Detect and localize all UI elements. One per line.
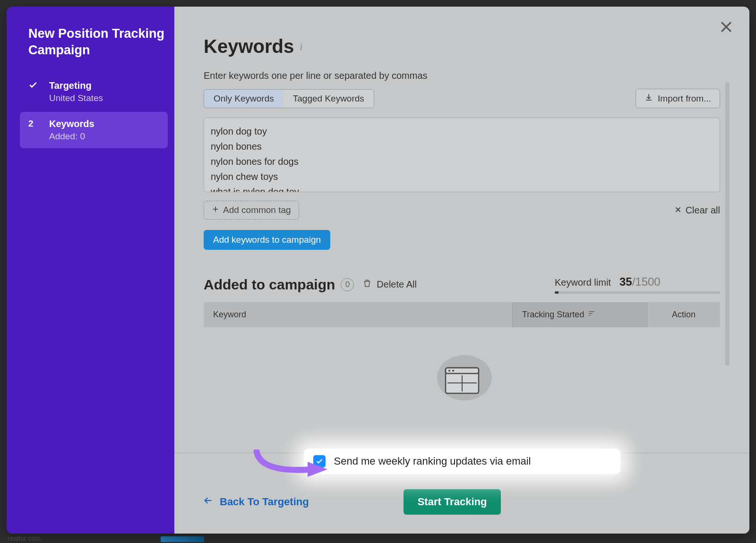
svg-point-13 (452, 370, 454, 372)
step-label: Targeting (49, 80, 159, 91)
limit-progress (555, 291, 720, 294)
campaign-modal: New Position Tracking Campaign Targeting… (7, 7, 749, 534)
content-area: Keywords i Enter keywords one per line o… (174, 7, 749, 453)
keywords-table-header: Keyword Tracking Started Action (204, 302, 720, 327)
step-keywords[interactable]: 2 Keywords Added: 0 (20, 112, 168, 148)
col-tracking-started[interactable]: Tracking Started (512, 302, 647, 327)
import-label: Import from... (658, 93, 711, 104)
col-keyword[interactable]: Keyword (204, 302, 512, 327)
keyword-mode-tabs: Only Keywords Tagged Keywords (204, 89, 374, 108)
clear-all-button[interactable]: Clear all (674, 205, 720, 216)
scrollbar[interactable] (725, 82, 730, 365)
svg-rect-6 (589, 311, 594, 312)
sort-icon (588, 310, 595, 320)
check-icon (28, 80, 38, 92)
add-keywords-button[interactable]: Add keywords to campaign (204, 230, 330, 250)
limit-used: 35 (619, 275, 632, 288)
step-number: 2 (28, 119, 38, 129)
wizard-sidebar: New Position Tracking Campaign Targeting… (7, 7, 174, 534)
add-tag-label: Add common tag (223, 205, 291, 215)
keywords-input[interactable] (204, 118, 720, 192)
info-icon[interactable]: i (300, 41, 302, 53)
step-sublabel: Added: 0 (49, 131, 159, 142)
wizard-title: New Position Tracking Campaign (20, 25, 168, 59)
close-icon (674, 205, 682, 216)
limit-sep: / (632, 275, 636, 288)
col-action: Action (647, 302, 720, 327)
instructions-text: Enter keywords one per line or separated… (204, 70, 720, 81)
start-tracking-button[interactable]: Start Tracking (404, 489, 501, 515)
tab-only-keywords[interactable]: Only Keywords (204, 89, 284, 108)
add-common-tag-button[interactable]: Add common tag (204, 201, 299, 220)
download-icon (644, 93, 653, 104)
main-panel: Keywords i Enter keywords one per line o… (174, 7, 749, 534)
clear-all-label: Clear all (686, 205, 720, 216)
back-label: Back To Targeting (220, 496, 309, 508)
background-text: realtor com (8, 535, 41, 542)
background-thumbnail (161, 536, 204, 542)
step-label: Keywords (49, 119, 159, 129)
close-button[interactable] (718, 19, 734, 35)
delete-all-label: Delete All (377, 279, 417, 290)
plus-icon (212, 205, 219, 215)
arrow-left-icon (204, 496, 213, 508)
tab-tagged-keywords[interactable]: Tagged Keywords (284, 90, 374, 108)
campaign-count-badge: 0 (341, 278, 354, 291)
added-to-campaign-heading: Added to campaign 0 (204, 277, 354, 293)
page-title: Keywords (204, 36, 294, 57)
limit-total: 1500 (635, 275, 660, 288)
svg-point-12 (448, 370, 450, 372)
import-button[interactable]: Import from... (636, 89, 720, 108)
step-targeting[interactable]: Targeting United States (20, 74, 168, 110)
svg-rect-11 (446, 368, 479, 373)
limit-progress-fill (555, 291, 558, 294)
email-updates-label: Send me weekly ranking updates via email (334, 455, 531, 467)
empty-state-illustration (204, 327, 720, 446)
campaign-title-text: Added to campaign (204, 277, 335, 293)
step-sublabel: United States (49, 93, 159, 103)
callout-arrow (251, 450, 345, 484)
svg-rect-8 (589, 315, 591, 315)
keyword-limit-box: Keyword limit 35 / 1500 (555, 275, 720, 294)
delete-all-button[interactable]: Delete All (362, 279, 417, 290)
svg-marker-16 (308, 462, 327, 477)
email-updates-row: Send me weekly ranking updates via email (304, 449, 620, 474)
modal-footer: Send me weekly ranking updates via email… (174, 453, 749, 534)
limit-label: Keyword limit (555, 277, 611, 288)
back-to-targeting-link[interactable]: Back To Targeting (204, 496, 309, 508)
trash-icon (362, 279, 372, 290)
svg-rect-7 (589, 313, 593, 314)
col-tracking-label: Tracking Started (522, 310, 584, 320)
